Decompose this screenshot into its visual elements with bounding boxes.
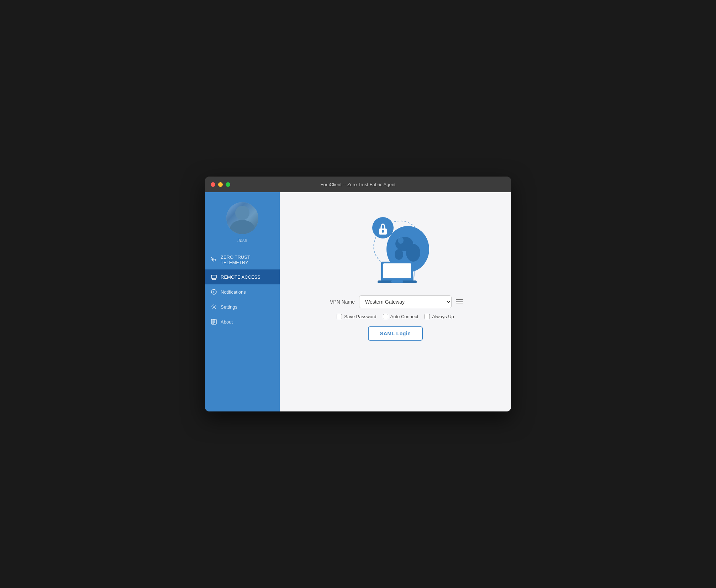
svg-point-22 [395,249,403,260]
menu-line-1 [456,299,463,300]
svg-text:!: ! [213,290,214,294]
svg-rect-7 [211,275,216,278]
maximize-button[interactable] [226,182,230,187]
about-icon [211,319,217,325]
remote-access-icon [211,274,217,280]
telemetry-icon [211,257,217,263]
sidebar-item-notifications[interactable]: ! Notifications [205,284,280,299]
auto-connect-checkbox-item[interactable]: Auto Connect [383,314,418,319]
svg-rect-31 [391,280,403,283]
sidebar-item-label-remote: REMOTE ACCESS [221,274,260,280]
svg-rect-27 [383,231,384,233]
always-up-checkbox[interactable] [425,314,430,319]
checkboxes-row: Save Password Auto Connect Always Up [337,314,454,319]
avatar [226,202,258,234]
menu-line-2 [456,301,463,302]
application-window: FortiClient -- Zero Trust Fabric Agent J… [205,177,511,411]
vpn-name-label: VPN Name [326,299,355,305]
right-panel: VPN Name Western Gateway Save Password [280,192,511,411]
save-password-checkbox[interactable] [337,314,342,319]
sidebar-item-about[interactable]: About [205,314,280,329]
close-button[interactable] [211,182,215,187]
window-title: FortiClient -- Zero Trust Fabric Agent [321,182,396,187]
saml-login-button[interactable]: SAML Login [368,326,423,341]
svg-rect-15 [213,320,215,321]
profile-section: Josh [205,192,280,250]
settings-icon [211,304,217,310]
sidebar-item-label-zero-trust: ZERO TRUST TELEMETRY [221,254,274,265]
sidebar-item-label-settings: Settings [221,304,237,310]
auto-connect-label: Auto Connect [390,314,418,319]
vpn-name-select[interactable]: Western Gateway [359,295,452,308]
sidebar-item-settings[interactable]: Settings [205,299,280,314]
sidebar-nav: ZERO TRUST TELEMETRY REMOTE ACCESS [205,250,280,411]
vpn-illustration [353,206,438,285]
sidebar-item-remote-access[interactable]: REMOTE ACCESS [205,269,280,284]
sidebar-item-zero-trust-telemetry[interactable]: ZERO TRUST TELEMETRY [205,250,280,269]
main-content: Josh [205,192,511,411]
titlebar: FortiClient -- Zero Trust Fabric Agent [205,177,511,192]
save-password-checkbox-item[interactable]: Save Password [337,314,376,319]
save-password-label: Save Password [344,314,376,319]
vpn-name-row: VPN Name Western Gateway [310,295,481,308]
svg-point-21 [406,244,420,262]
svg-point-23 [398,237,404,244]
sidebar-item-label-about: About [221,319,233,325]
svg-point-13 [213,306,215,308]
avatar-image [226,202,258,234]
vpn-form: VPN Name Western Gateway Save Password [310,295,481,341]
always-up-label: Always Up [432,314,454,319]
sidebar-item-label-notifications: Notifications [221,289,246,295]
menu-icon[interactable] [456,298,464,306]
notifications-icon: ! [211,289,217,295]
menu-line-3 [456,304,463,304]
svg-rect-29 [383,263,411,278]
minimize-button[interactable] [218,182,223,187]
svg-point-24 [372,217,394,238]
always-up-checkbox-item[interactable]: Always Up [425,314,454,319]
username-label: Josh [237,238,247,243]
window-controls [211,182,230,187]
auto-connect-checkbox[interactable] [383,314,388,319]
sidebar: Josh [205,192,280,411]
